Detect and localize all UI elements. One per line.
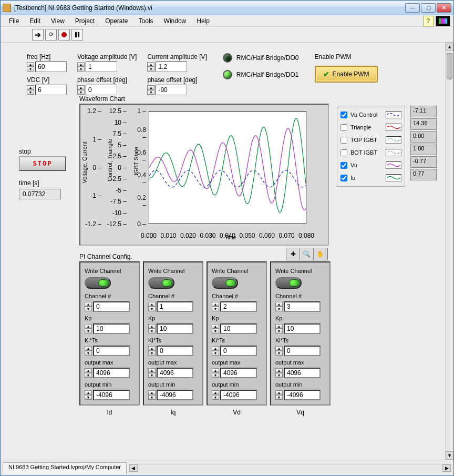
menu-window[interactable]: Window (160, 16, 191, 26)
menu-tools[interactable]: Tools (135, 16, 158, 26)
pi-field-control[interactable]: ▲▼ (275, 323, 325, 334)
scroll-down-icon[interactable]: ▼ (446, 451, 453, 460)
pi-field-input[interactable] (284, 368, 321, 378)
pi-field-control[interactable]: ▲▼ (212, 346, 262, 356)
legend-checkbox[interactable] (340, 175, 347, 181)
pi-field-input[interactable] (157, 368, 193, 378)
pi-field-input[interactable] (157, 323, 193, 334)
legend-checkbox[interactable] (340, 124, 347, 131)
pi-field-input[interactable] (157, 390, 193, 400)
menu-view[interactable]: View (47, 16, 69, 26)
pi-field-input[interactable] (220, 323, 257, 334)
vdc-control[interactable]: ▲▼ (27, 85, 67, 95)
pi-field-control[interactable]: ▲▼ (148, 323, 198, 334)
pi-field-input[interactable] (220, 301, 257, 312)
pi-field-input[interactable] (93, 368, 130, 378)
cphase-input[interactable] (156, 85, 187, 95)
pi-field-control[interactable]: ▲▼ (85, 368, 135, 378)
plot-area[interactable] (149, 111, 306, 224)
pi-field-input[interactable] (220, 346, 257, 356)
pi-field-input[interactable] (284, 323, 321, 334)
legend-item[interactable]: BOT IGBT (340, 146, 401, 159)
pi-field-input[interactable] (284, 390, 321, 400)
scroll-left-icon[interactable]: ◀ (129, 464, 138, 472)
legend-item[interactable]: Iu (340, 171, 401, 184)
pi-field-input[interactable] (93, 390, 130, 400)
pi-field-control[interactable]: ▲▼ (275, 301, 325, 312)
legend-item[interactable]: Vu (340, 159, 401, 171)
legend-checkbox[interactable] (340, 162, 347, 169)
pi-field-control[interactable]: ▲▼ (212, 323, 262, 334)
pi-field-control[interactable]: ▲▼ (85, 301, 135, 312)
stop-button[interactable]: STOP (19, 156, 66, 171)
menubar: File Edit View Project Operate Tools Win… (1, 15, 453, 27)
legend-checkbox[interactable] (340, 149, 347, 156)
camp-input[interactable] (156, 62, 187, 72)
vi-icon[interactable] (436, 16, 450, 26)
pi-field-input[interactable] (157, 346, 193, 356)
pi-field-input[interactable] (220, 390, 257, 400)
pi-field-control[interactable]: ▲▼ (275, 368, 325, 378)
freq-input[interactable] (35, 62, 67, 72)
pi-field-control[interactable]: ▲▼ (85, 323, 135, 334)
scroll-right-icon[interactable]: ▶ (442, 464, 451, 472)
legend-checkbox[interactable] (340, 137, 347, 144)
pi-field-input[interactable] (93, 301, 130, 312)
pause-button[interactable] (71, 29, 83, 40)
pi-field-input[interactable] (220, 368, 257, 378)
pi-field-control[interactable]: ▲▼ (275, 390, 325, 400)
close-button[interactable]: ✕ (437, 3, 451, 13)
vertical-scrollbar[interactable]: ▲ ▼ (445, 43, 453, 460)
maximize-button[interactable]: ▢ (421, 3, 436, 13)
titlebar[interactable]: [Testbench] NI 9683 Getting Started (Win… (1, 1, 453, 15)
menu-file[interactable]: File (5, 16, 23, 26)
pi-field-control[interactable]: ▲▼ (148, 346, 198, 356)
pi-field-control[interactable]: ▲▼ (148, 390, 198, 400)
legend-item[interactable]: Vu Control (340, 108, 401, 121)
write-channel-switch[interactable] (85, 277, 111, 289)
pi-field-input[interactable] (157, 301, 193, 312)
pi-field-control[interactable]: ▲▼ (212, 390, 262, 400)
pi-field-input[interactable] (284, 346, 321, 356)
help-icon[interactable]: ? (423, 16, 434, 26)
legend-checkbox[interactable] (340, 112, 347, 118)
abort-button[interactable] (58, 29, 70, 40)
waveform-chart[interactable]: Voltage, Current Control, Triangle IGBT … (79, 104, 329, 246)
write-channel-switch[interactable] (148, 277, 174, 289)
legend-item[interactable]: TOP IGBT (340, 134, 401, 146)
minimize-button[interactable]: — (405, 3, 420, 13)
menu-edit[interactable]: Edit (25, 16, 45, 26)
pi-field-input[interactable] (93, 346, 130, 356)
up-arrow-icon[interactable]: ▲ (27, 62, 34, 67)
pi-field-control[interactable]: ▲▼ (148, 368, 198, 378)
pi-field-control[interactable]: ▲▼ (85, 346, 135, 356)
write-channel-label: Write Channel (148, 268, 198, 274)
pi-field-control[interactable]: ▲▼ (148, 301, 198, 312)
legend-item[interactable]: Triangle (340, 121, 401, 134)
vamp-input[interactable] (86, 62, 117, 72)
pi-field-label: Kp (212, 315, 262, 321)
pi-field-control[interactable]: ▲▼ (212, 301, 262, 312)
menu-project[interactable]: Project (71, 16, 99, 26)
pi-field-input[interactable] (93, 323, 130, 334)
vphase-input[interactable] (86, 85, 117, 95)
write-channel-switch[interactable] (212, 277, 238, 289)
menu-help[interactable]: Help (192, 16, 214, 26)
write-channel-switch[interactable] (275, 277, 302, 289)
cphase-label: phase offset [deg] (147, 76, 207, 84)
scroll-up-icon[interactable]: ▲ (446, 43, 453, 51)
pi-field-control[interactable]: ▲▼ (85, 390, 135, 400)
enable-pwm-button[interactable]: ✔ Enable PWM (315, 66, 378, 83)
freq-control[interactable]: ▲▼ (27, 62, 67, 72)
horizontal-scrollbar[interactable]: ◀ ▶ (129, 464, 451, 472)
pi-field-control[interactable]: ▲▼ (275, 346, 325, 356)
pi-field-input[interactable] (284, 301, 321, 312)
run-continuous-button[interactable]: ⟳ (45, 29, 57, 40)
run-button[interactable]: ➔ (32, 29, 44, 40)
pi-field-control[interactable]: ▲▼ (212, 368, 262, 378)
down-arrow-icon[interactable]: ▼ (27, 67, 34, 72)
vdc-input[interactable] (35, 85, 67, 95)
menu-operate[interactable]: Operate (101, 16, 132, 26)
scroll-thumb[interactable] (447, 53, 452, 79)
project-path[interactable]: NI 9683 Getting Started.lvproj/My Comput… (3, 462, 127, 474)
